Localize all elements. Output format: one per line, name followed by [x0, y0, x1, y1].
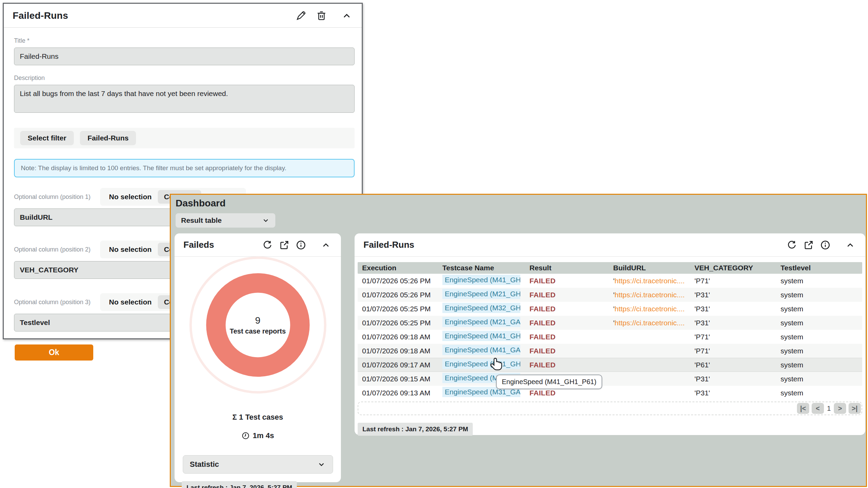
testcase-cell: EngineSpeed (M41_GA1_P [438, 345, 525, 357]
result-status: FAILED [529, 389, 555, 397]
testcase-link[interactable]: EngineSpeed (M21_GA1_P [442, 317, 520, 327]
buildurl-link[interactable]: https://ci.tracetronic.... [615, 305, 685, 313]
result-cell: FAILED [525, 347, 609, 355]
chevron-down-icon [262, 216, 270, 225]
column-header[interactable]: Result [525, 264, 609, 272]
edit-icon[interactable] [295, 10, 307, 22]
pagination-last-button[interactable]: >| [849, 403, 861, 414]
testlevel-cell: system [776, 389, 862, 397]
testlevel-cell: system [776, 375, 862, 383]
table-row[interactable]: 01/07/2026 09:15 AMEngineSpeed (M32_GH1_… [358, 372, 862, 386]
collapse-icon[interactable] [341, 10, 353, 22]
title-input[interactable]: Failed-Runs [14, 48, 355, 65]
table-row[interactable]: 01/07/2026 05:25 PMEngineSpeed (M32_GH1_… [358, 302, 862, 316]
delete-icon[interactable] [315, 10, 328, 22]
result-cell: FAILED [525, 361, 609, 369]
sigma-icon: Σ [232, 413, 237, 421]
segment-no-selection[interactable]: No selection [103, 243, 158, 256]
refresh-icon[interactable] [786, 239, 798, 251]
pagination-current-page: 1 [826, 405, 831, 412]
horizontal-scrollbar[interactable]: |< < 1 > >| [358, 402, 862, 415]
result-table: Execution Testcase Name Result BuildURL … [355, 257, 865, 400]
buildurl-link[interactable]: https://ci.tracetronic.... [615, 277, 685, 285]
testlevel-cell: system [776, 319, 862, 327]
table-row[interactable]: 01/07/2026 09:18 AMEngineSpeed (M41_GH1_… [358, 330, 862, 344]
testcase-link[interactable]: EngineSpeed (M32_GH1_P [442, 303, 520, 313]
execution-cell: 01/07/2026 09:13 AM [358, 389, 438, 397]
result-status: FAILED [529, 291, 555, 299]
segment-no-selection[interactable]: No selection [103, 295, 158, 309]
faileds-title: Faileds [183, 240, 214, 250]
donut-center-label: Test case reports [220, 327, 295, 335]
result-status: FAILED [529, 361, 555, 369]
column-header[interactable]: VEH_CATEGORY [690, 264, 776, 272]
result-cell: FAILED [525, 277, 609, 285]
column-header[interactable]: Execution [358, 264, 438, 272]
ok-button[interactable]: Ok [15, 344, 93, 361]
segment-no-selection[interactable]: No selection [103, 190, 158, 204]
testcase-link[interactable]: EngineSpeed (M41_GH1_P [442, 359, 520, 369]
description-input[interactable]: List all bugs from the last 7 days that … [14, 85, 355, 113]
table-row[interactable]: 01/07/2026 09:13 AMEngineSpeed (M31_GA1_… [358, 386, 862, 400]
result-status: FAILED [529, 347, 555, 355]
testcase-link[interactable]: EngineSpeed (M41_GH1_P [442, 275, 520, 285]
column-header[interactable]: Testlevel [776, 264, 862, 272]
pagination-first-button[interactable]: |< [797, 403, 809, 414]
dashboard-title: Dashboard [176, 198, 866, 209]
column-header[interactable]: BuildURL [609, 264, 690, 272]
faileds-card: Faileds [175, 233, 341, 482]
table-header-row: Execution Testcase Name Result BuildURL … [358, 262, 862, 274]
execution-cell: 01/07/2026 09:18 AM [358, 333, 438, 341]
statistic-select-value: Statistic [190, 460, 219, 469]
result-status: FAILED [529, 333, 555, 341]
open-in-new-icon[interactable] [802, 239, 815, 251]
pagination: |< < 1 > >| [797, 403, 861, 414]
chevron-down-icon [317, 460, 326, 469]
description-field-label: Description [14, 74, 352, 82]
note-box: Note: The display is limited to 100 entr… [14, 159, 355, 177]
testcase-link[interactable]: EngineSpeed (M21_GH1_P [442, 289, 520, 299]
veh-category-cell: 'P31' [690, 375, 776, 383]
buildurl-cell: 'https://ci.tracetronic.... [609, 277, 690, 285]
title-field-label: Title * [14, 37, 352, 44]
statistic-select[interactable]: Statistic [183, 455, 333, 474]
testcase-link[interactable]: EngineSpeed (M41_GA1_P [442, 345, 520, 355]
collapse-icon[interactable] [844, 239, 856, 251]
info-icon[interactable] [295, 239, 307, 251]
buildurl-link[interactable]: https://ci.tracetronic.... [615, 291, 685, 299]
dashboard-panel: Dashboard Result table Faileds [170, 194, 867, 487]
testcase-cell: EngineSpeed (M41_GH1_P [438, 359, 525, 371]
result-status: FAILED [529, 277, 555, 285]
buildurl-link[interactable]: https://ci.tracetronic.... [615, 319, 685, 327]
table-row[interactable]: 01/07/2026 05:26 PMEngineSpeed (M41_GH1_… [358, 274, 862, 288]
filter-strip: Select filter Failed-Runs [14, 128, 355, 148]
duration-line: 1m 4s [175, 431, 341, 440]
refresh-icon[interactable] [261, 239, 274, 251]
testcase-cell: EngineSpeed (M41_GH1_P [438, 331, 525, 343]
pagination-prev-button[interactable]: < [812, 403, 824, 414]
testcase-link[interactable]: EngineSpeed (M41_GH1_P [442, 331, 520, 341]
collapse-icon[interactable] [320, 239, 332, 251]
failed-runs-card: Failed-Runs [355, 233, 865, 435]
testlevel-cell: system [776, 277, 862, 285]
selected-filter-chip[interactable]: Failed-Runs [80, 131, 136, 145]
veh-category-cell: 'P31' [690, 389, 776, 397]
select-filter-button[interactable]: Select filter [20, 131, 74, 145]
faileds-donut-chart[interactable]: 9 Test case reports [175, 257, 341, 412]
table-row[interactable]: 01/07/2026 09:18 AMEngineSpeed (M41_GA1_… [358, 344, 862, 358]
total-testcases-line: Σ 1 Test cases [175, 413, 341, 422]
veh-category-cell: 'P31' [690, 305, 776, 313]
execution-cell: 01/07/2026 09:18 AM [358, 347, 438, 355]
dialog-title: Failed-Runs [13, 10, 68, 21]
veh-category-cell: 'P71' [690, 277, 776, 285]
buildurl-cell: 'https://ci.tracetronic.... [609, 291, 690, 299]
table-row[interactable]: 01/07/2026 05:25 PMEngineSpeed (M21_GA1_… [358, 316, 862, 330]
table-row[interactable]: 01/07/2026 09:17 AMEngineSpeed (M41_GH1_… [358, 358, 862, 372]
pagination-next-button[interactable]: > [834, 403, 846, 414]
table-row[interactable]: 01/07/2026 05:26 PMEngineSpeed (M21_GH1_… [358, 288, 862, 302]
info-icon[interactable] [819, 239, 831, 251]
execution-cell: 01/07/2026 05:25 PM [358, 305, 438, 313]
view-select[interactable]: Result table [176, 213, 275, 228]
open-in-new-icon[interactable] [278, 239, 290, 251]
column-header[interactable]: Testcase Name [438, 264, 525, 272]
